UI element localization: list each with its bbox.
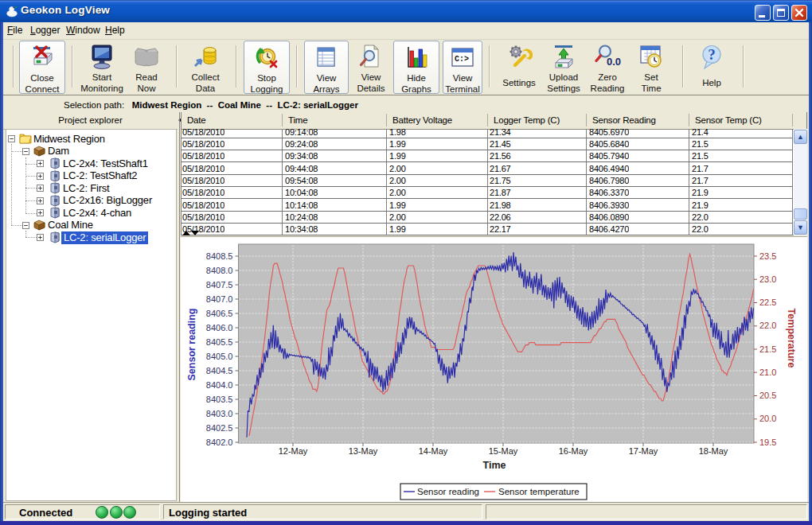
svg-text:13-May: 13-May <box>349 446 378 456</box>
svg-text:Time: Time <box>483 460 506 471</box>
svg-text:8408.5: 8408.5 <box>206 251 233 261</box>
svg-text:0.0: 0.0 <box>607 56 621 68</box>
svg-text:16-May: 16-May <box>559 446 588 456</box>
svg-text:17-May: 17-May <box>629 446 658 456</box>
svg-text:8406.0: 8406.0 <box>206 323 233 332</box>
svg-text:23.0: 23.0 <box>759 274 776 284</box>
svg-text:20.5: 20.5 <box>759 391 776 400</box>
svg-text:8402.0: 8402.0 <box>206 438 233 447</box>
svg-text:8408.0: 8408.0 <box>206 266 233 275</box>
svg-text:8402.5: 8402.5 <box>206 423 233 433</box>
svg-text:15-May: 15-May <box>489 446 518 456</box>
svg-text:18-May: 18-May <box>699 446 728 456</box>
svg-text:19.5: 19.5 <box>759 438 776 447</box>
svg-text:21.5: 21.5 <box>759 344 776 354</box>
svg-text:8406.5: 8406.5 <box>206 309 233 318</box>
svg-text:23.5: 23.5 <box>759 251 776 261</box>
svg-text:12-May: 12-May <box>279 446 308 456</box>
svg-text:8405.5: 8405.5 <box>206 337 233 347</box>
svg-text:8404.5: 8404.5 <box>206 366 233 375</box>
svg-text:20.0: 20.0 <box>759 414 776 423</box>
svg-text:8403.0: 8403.0 <box>206 409 233 418</box>
svg-text:C:>: C:> <box>455 55 469 64</box>
svg-text:21.0: 21.0 <box>759 368 776 377</box>
svg-text:8407.5: 8407.5 <box>206 280 233 290</box>
svg-text:8407.0: 8407.0 <box>206 294 233 304</box>
svg-text:?: ? <box>708 46 716 63</box>
svg-text:22.0: 22.0 <box>759 321 776 330</box>
svg-text:Sensor temperature: Sensor temperature <box>498 487 580 496</box>
svg-text:14-May: 14-May <box>419 446 448 456</box>
svg-text:8405.0: 8405.0 <box>206 352 233 361</box>
svg-text:8403.5: 8403.5 <box>206 395 233 404</box>
svg-text:Sensor reading: Sensor reading <box>186 309 197 381</box>
svg-text:Temperature: Temperature <box>786 309 797 368</box>
svg-text:22.5: 22.5 <box>759 298 776 307</box>
svg-text:Sensor reading: Sensor reading <box>417 487 479 496</box>
svg-text:8404.0: 8404.0 <box>206 380 233 390</box>
